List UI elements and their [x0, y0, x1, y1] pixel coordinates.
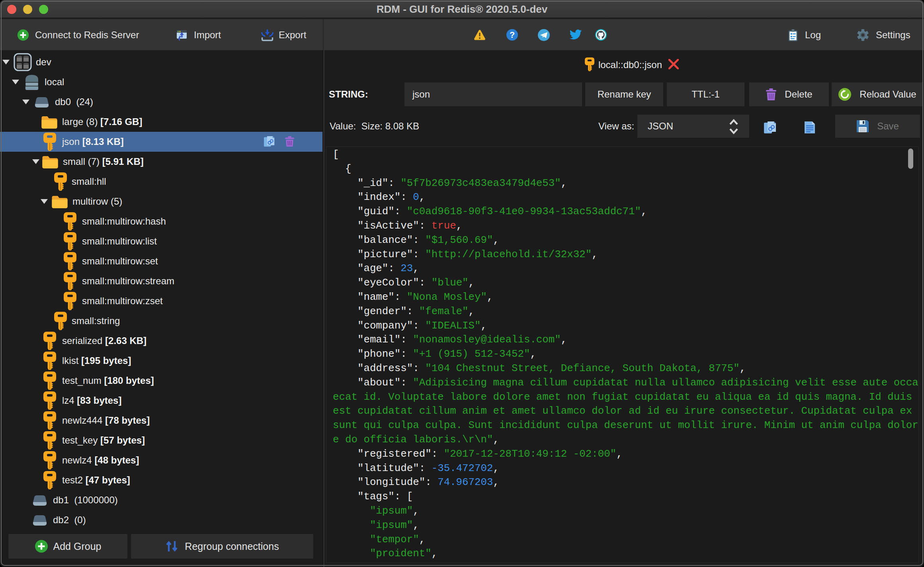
svg-text:?: ?: [510, 30, 515, 40]
